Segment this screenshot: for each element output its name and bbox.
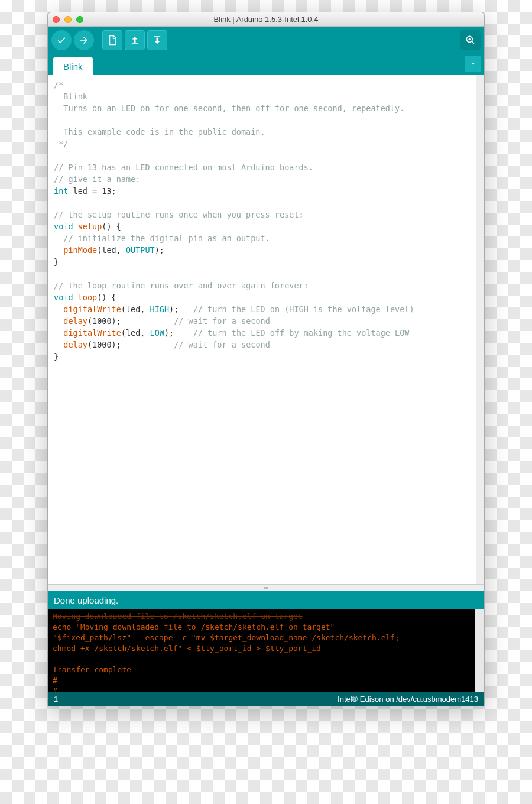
save-sketch-button[interactable] <box>147 30 167 50</box>
toolbar <box>48 27 484 54</box>
code-token: ); <box>169 304 193 314</box>
arrow-down-icon <box>152 35 163 46</box>
code-token: (led, <box>121 304 150 314</box>
code-token: // wait for a second <box>174 340 270 349</box>
tab-blink[interactable]: Blink <box>53 57 93 75</box>
code-token: delay <box>54 340 87 349</box>
svg-point-3 <box>469 38 471 40</box>
code-token: () { <box>97 293 116 302</box>
code-token: pinMode <box>54 245 97 255</box>
chevron-down-icon <box>469 60 476 67</box>
code-token: () { <box>102 222 121 231</box>
code-token: LOW <box>150 328 164 338</box>
code-editor[interactable]: /* Blink Turns on an LED on for one seco… <box>48 75 484 584</box>
code-token: // turn the LED off by making the voltag… <box>193 328 410 338</box>
code-line: /* <box>54 80 63 89</box>
code-line: // Pin 13 has an LED connected on most A… <box>54 163 313 172</box>
code-line: } <box>54 257 59 267</box>
code-token: delay <box>54 316 87 326</box>
code-line: // the loop routine runs over and over a… <box>54 281 309 290</box>
console-line: echo "Moving downloaded file to /sketch/… <box>53 623 335 631</box>
tab-bar: Blink <box>48 54 484 75</box>
code-token: void <box>54 222 73 231</box>
code-line: // give it a name: <box>54 174 140 184</box>
arrow-right-icon <box>79 35 89 46</box>
code-token: digitalWrite <box>54 328 121 338</box>
tab-menu-button[interactable] <box>465 56 481 72</box>
console-line: # <box>53 676 57 685</box>
code-token: loop <box>73 293 98 302</box>
upload-button[interactable] <box>74 30 94 50</box>
code-token: ); <box>155 245 164 255</box>
code-line: Turns on an LED on for one second, then … <box>54 103 404 113</box>
svg-rect-1 <box>154 36 161 37</box>
code-token: // turn the LED on (HIGH is the voltage … <box>193 304 414 314</box>
code-token: (led, <box>121 328 150 338</box>
code-token: setup <box>73 222 102 231</box>
status-message: Done uploading. <box>54 595 118 605</box>
arduino-ide-window: Blink | Arduino 1.5.3-Intel.1.0.4 Blink … <box>47 12 485 706</box>
code-line: } <box>54 352 59 361</box>
code-token: led = 13; <box>68 186 116 196</box>
code-token: // wait for a second <box>174 316 270 326</box>
scrollbar-arrows[interactable]: ▲▼ <box>479 681 482 690</box>
serial-monitor-button[interactable] <box>460 30 481 50</box>
scrollbar-thumb[interactable] <box>476 667 483 680</box>
window-title: Blink | Arduino 1.5.3-Intel.1.0.4 <box>48 15 484 24</box>
svg-rect-0 <box>132 43 138 44</box>
check-icon <box>56 35 67 46</box>
code-line: // the setup routine runs once when you … <box>54 210 304 219</box>
file-icon <box>107 35 118 46</box>
code-line: Blink <box>54 92 87 101</box>
code-token: (led, <box>97 245 126 255</box>
board-port-label: Intel® Edison on /dev/cu.usbmodem1413 <box>338 695 478 704</box>
pane-resize-handle[interactable]: ═ <box>48 584 484 591</box>
code-token: digitalWrite <box>54 304 121 314</box>
titlebar: Blink | Arduino 1.5.3-Intel.1.0.4 <box>48 12 484 27</box>
code-token: void <box>54 293 73 302</box>
console-line: Transfer complete <box>53 665 131 674</box>
arrow-up-icon <box>129 35 140 46</box>
console-line: chmod +x /sketch/sketch.elf" < $tty_port… <box>53 644 321 653</box>
code-token: int <box>54 186 68 196</box>
code-line: // initialize the digital pin as an outp… <box>54 234 270 243</box>
code-token: (1000); <box>87 316 174 326</box>
code-line: */ <box>54 139 68 148</box>
footer-bar: 1 Intel® Edison on /dev/cu.usbmodem1413 <box>48 692 484 706</box>
code-token: (1000); <box>87 340 174 349</box>
code-line: This example code is in the public domai… <box>54 127 265 137</box>
code-token: ); <box>164 328 193 338</box>
open-sketch-button[interactable] <box>125 30 145 50</box>
line-number: 1 <box>54 695 58 704</box>
status-bar: Done uploading. <box>48 591 484 609</box>
console-line: # <box>53 686 57 692</box>
new-sketch-button[interactable] <box>102 30 122 50</box>
console-line: Moving downloaded file to /sketch/sketch… <box>53 612 303 621</box>
serial-monitor-icon <box>465 34 476 46</box>
code-token: OUTPUT <box>126 245 155 255</box>
code-token: HIGH <box>150 304 170 314</box>
output-console[interactable]: Moving downloaded file to /sketch/sketch… <box>48 609 484 692</box>
console-line: "$fixed_path/lsz" --escape -c "mv $targe… <box>53 633 400 642</box>
verify-button[interactable] <box>51 30 72 50</box>
